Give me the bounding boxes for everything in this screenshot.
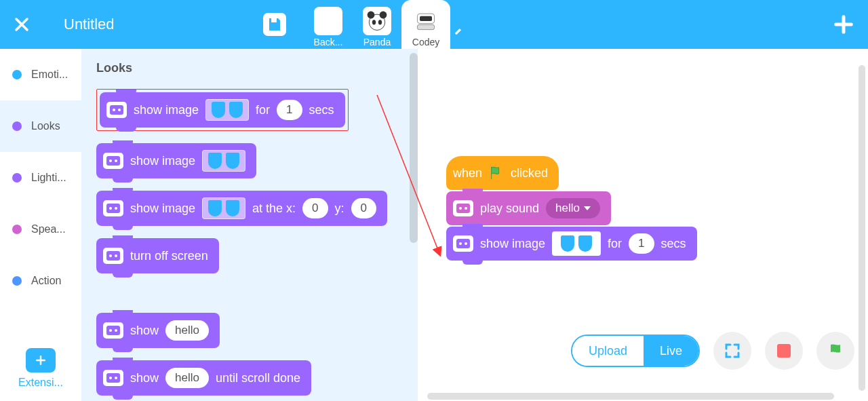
device-tab-label: Back...	[314, 37, 343, 47]
svg-point-12	[109, 159, 112, 162]
svg-point-19	[115, 254, 117, 257]
category-lighting[interactable]: Lighti...	[0, 152, 81, 204]
highlight-box: show image for 1 secs	[96, 89, 349, 131]
image-slot[interactable]	[202, 197, 245, 219]
block-text: when	[453, 166, 482, 180]
plus-icon	[34, 354, 47, 367]
svg-point-30	[459, 242, 462, 245]
codey-icon	[412, 7, 440, 35]
svg-point-31	[465, 242, 467, 245]
category-speaker[interactable]: Spea...	[0, 204, 81, 255]
device-tab-label: Panda	[363, 37, 391, 47]
category-label: Emoti...	[31, 69, 68, 81]
svg-rect-14	[106, 204, 120, 213]
edit-device-button[interactable]	[450, 23, 467, 39]
svg-rect-7	[417, 24, 434, 29]
palette-title: Looks	[96, 61, 410, 75]
block-show-image[interactable]: show image	[96, 143, 256, 178]
block-text: at the x:	[252, 202, 296, 216]
image-slot[interactable]	[205, 99, 249, 121]
svg-point-13	[115, 159, 117, 162]
category-dot	[12, 173, 22, 183]
category-label: Action	[31, 275, 61, 287]
number-input[interactable]: 0	[351, 198, 376, 218]
number-input[interactable]: 1	[629, 233, 654, 254]
run-button[interactable]	[816, 332, 854, 370]
svg-point-18	[109, 254, 112, 257]
svg-point-15	[109, 207, 112, 210]
codey-face-icon	[103, 200, 123, 216]
extensions-button[interactable]	[26, 348, 56, 373]
bluetooth-icon[interactable]	[450, 4, 467, 20]
device-tab-codey[interactable]: Codey	[401, 0, 450, 49]
category-dot	[12, 225, 22, 234]
device-tab-panda[interactable]: Panda	[353, 0, 401, 49]
svg-point-28	[465, 207, 467, 210]
number-input[interactable]: 1	[277, 100, 302, 120]
svg-point-10	[118, 109, 121, 111]
category-action[interactable]: Action	[0, 255, 81, 307]
block-show-image-for-secs[interactable]: show image for 1 secs	[446, 227, 697, 261]
script-stack[interactable]: when clicked play sound hello show image…	[446, 156, 697, 262]
category-dot	[12, 276, 22, 286]
block-text: show image	[480, 237, 545, 251]
fullscreen-button[interactable]	[713, 332, 751, 370]
svg-rect-23	[106, 373, 120, 383]
plus-icon	[833, 14, 854, 35]
block-turn-off-screen[interactable]: turn off screen	[96, 238, 219, 273]
block-show-text-scroll[interactable]: show hello until scroll done	[96, 360, 311, 396]
svg-point-1	[368, 12, 375, 19]
text-input[interactable]: hello	[165, 368, 209, 388]
canvas-scrollbar-vertical[interactable]	[859, 65, 865, 391]
block-text: play sound	[480, 202, 539, 216]
block-text: secs	[309, 103, 334, 117]
image-slot[interactable]	[202, 150, 245, 172]
close-icon	[14, 16, 30, 33]
live-mode-button[interactable]: Live	[644, 336, 698, 366]
upload-mode-button[interactable]: Upload	[572, 336, 644, 366]
block-show-image-for-secs[interactable]: show image for 1 secs	[100, 92, 345, 128]
block-show-image-at-xy[interactable]: show image at the x: 0 y: 0	[96, 191, 387, 226]
add-device-button[interactable]	[829, 9, 859, 39]
sound-dropdown[interactable]: hello	[546, 198, 600, 218]
block-show-text[interactable]: show hello	[96, 313, 220, 348]
category-dot	[12, 121, 22, 131]
codey-face-icon	[103, 153, 123, 169]
svg-point-16	[115, 207, 117, 210]
block-play-sound[interactable]: play sound hello	[446, 191, 611, 225]
block-text: for	[608, 237, 622, 251]
block-text: show image	[130, 154, 195, 168]
bottom-controls: Upload Live	[571, 332, 854, 370]
device-badges	[450, 4, 467, 39]
save-icon	[267, 16, 283, 33]
block-text: turn off screen	[130, 249, 208, 263]
number-input[interactable]: 0	[302, 198, 328, 218]
svg-rect-8	[110, 105, 123, 115]
panda-icon	[363, 7, 391, 35]
block-when-flag-clicked[interactable]: when clicked	[446, 156, 559, 190]
block-palette: Looks show image for 1 secs show image	[81, 49, 418, 401]
category-looks[interactable]: Looks	[0, 100, 81, 152]
save-button[interactable]	[263, 13, 286, 36]
project-title[interactable]: Untitled	[64, 16, 115, 33]
close-button[interactable]	[9, 12, 34, 37]
green-flag-icon	[827, 343, 844, 359]
stop-button[interactable]	[765, 332, 803, 370]
device-tabs: Back... Panda Codey	[304, 0, 450, 49]
category-emotion[interactable]: Emoti...	[0, 49, 81, 100]
svg-rect-6	[420, 16, 432, 21]
svg-point-27	[459, 207, 462, 210]
svg-rect-17	[106, 251, 120, 261]
svg-rect-11	[106, 156, 120, 166]
green-flag-icon	[489, 166, 504, 180]
backdrop-icon	[314, 7, 342, 35]
text-input[interactable]: hello	[165, 320, 209, 341]
codey-face-icon	[103, 322, 123, 339]
palette-scrollbar[interactable]	[410, 53, 418, 243]
image-slot[interactable]	[552, 231, 601, 256]
svg-point-21	[109, 329, 112, 332]
device-tab-backdrop[interactable]: Back...	[304, 0, 353, 49]
codey-face-icon	[106, 102, 127, 118]
canvas-scrollbar-horizontal[interactable]	[427, 393, 834, 400]
category-label: Lighti...	[31, 172, 66, 184]
